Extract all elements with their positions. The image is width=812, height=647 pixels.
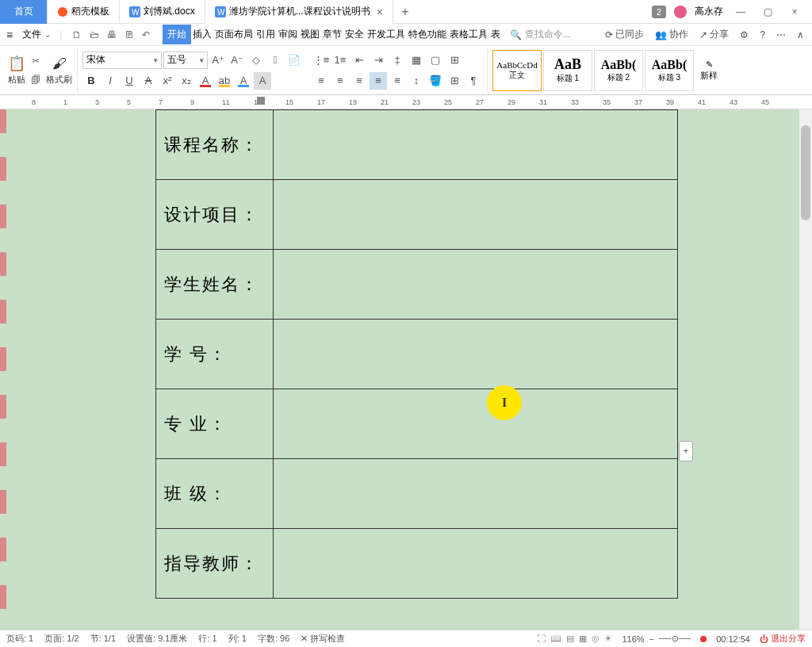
document-area[interactable]: 课程名称：设计项目：学生姓名：学 号：专 业：班 级：指导教师： + + ⤡ <box>0 109 812 630</box>
eye-protect-icon[interactable]: ☀ <box>604 634 612 644</box>
collab-button[interactable]: 👥协作 <box>655 28 688 41</box>
form-label[interactable]: 指导教师： <box>156 529 274 599</box>
table-row[interactable]: 专 业： <box>156 389 678 459</box>
paste-button[interactable]: 📋粘贴 <box>8 55 25 86</box>
avatar[interactable] <box>674 6 687 18</box>
help-icon[interactable]: ? <box>760 29 765 40</box>
phonetic-button[interactable]: 𡈼 <box>266 52 284 69</box>
align-justify-button[interactable]: ≡ <box>370 72 387 90</box>
highlight-button[interactable]: ab <box>216 72 233 90</box>
font-color-button[interactable]: A <box>197 72 214 90</box>
sync-button[interactable]: ⟳已同步 <box>605 28 644 41</box>
align-left-button[interactable]: ≡ <box>312 72 330 90</box>
clear-format-button[interactable]: ◇ <box>247 52 265 69</box>
font-size-combo[interactable]: 五号▾ <box>163 52 208 69</box>
ruler-indent-marker[interactable] <box>257 97 265 105</box>
zoom-value[interactable]: 116% <box>622 634 644 644</box>
table-row[interactable]: 指导教师： <box>156 529 678 599</box>
form-table[interactable]: 课程名称：设计项目：学生姓名：学 号：专 业：班 级：指导教师： <box>155 109 678 599</box>
ribbon-tab-security[interactable]: 安全 <box>343 25 366 44</box>
sort-button[interactable]: ↕ <box>408 72 425 90</box>
settings-icon[interactable]: ⚙ <box>740 29 749 40</box>
form-label[interactable]: 专 业： <box>156 389 274 459</box>
ribbon-tab-review[interactable]: 审阅 <box>277 25 299 44</box>
status-words[interactable]: 字数: 96 <box>258 633 289 645</box>
copy-button[interactable]: 🗐 <box>29 73 43 87</box>
vertical-scrollbar[interactable] <box>799 109 812 630</box>
form-label[interactable]: 学 号： <box>156 320 274 389</box>
char-border-button[interactable]: 📄 <box>285 52 303 69</box>
style-normal[interactable]: AaBbCcDd正文 <box>492 50 542 91</box>
form-value[interactable] <box>274 529 678 599</box>
tab-doc1[interactable]: W刘博斌.docx <box>120 0 205 24</box>
bullets-button[interactable]: ⋮≡ <box>312 52 330 69</box>
read-view-icon[interactable]: 📖 <box>550 634 561 644</box>
form-value[interactable] <box>274 320 678 389</box>
shading-button[interactable]: ▦ <box>408 52 425 69</box>
zoom-slider[interactable]: ──⊙── <box>659 634 691 644</box>
border-dropdown[interactable]: ⊞ <box>446 72 463 90</box>
close-icon[interactable]: × <box>377 6 383 18</box>
text-effect-button[interactable]: A <box>235 72 252 90</box>
tab-template[interactable]: 稻壳模板 <box>48 0 120 24</box>
command-search[interactable]: 🔍 查找命令... <box>510 28 571 41</box>
form-label[interactable]: 班 级： <box>156 459 274 529</box>
status-section[interactable]: 节: 1/1 <box>90 633 116 645</box>
share-button[interactable]: ↗分享 <box>699 28 729 41</box>
ribbon-tab-layout[interactable]: 页面布局 <box>213 25 255 44</box>
ribbon-tab-start[interactable]: 开始 <box>163 25 191 44</box>
style-heading2[interactable]: AaBb(标题 2 <box>594 50 643 91</box>
window-count-badge[interactable]: 2 <box>652 6 666 18</box>
superscript-button[interactable]: x² <box>159 72 176 90</box>
add-col-button[interactable]: + <box>679 441 693 461</box>
ribbon-tab-dev[interactable]: 开发工具 <box>366 25 407 44</box>
show-marks-button[interactable]: ¶ <box>465 72 482 90</box>
print-preview-icon[interactable]: 🖹 <box>124 29 134 40</box>
fullscreen-icon[interactable]: ⛶ <box>537 634 546 644</box>
strike-button[interactable]: A <box>140 72 157 90</box>
form-value[interactable] <box>274 250 678 320</box>
ribbon-tab-section[interactable]: 章节 <box>321 25 343 44</box>
form-label[interactable]: 设计项目： <box>156 180 274 250</box>
print-icon[interactable]: 🖶 <box>107 29 117 40</box>
form-value[interactable] <box>274 180 678 250</box>
ruler[interactable]: 8135791113151719212325272931333537394143… <box>0 95 812 109</box>
exit-share-button[interactable]: ⏻退出分享 <box>760 633 806 645</box>
file-menu[interactable]: 文件 ⌄ <box>17 26 55 43</box>
italic-button[interactable]: I <box>102 72 119 90</box>
table-row[interactable]: 设计项目： <box>156 180 678 250</box>
table-row[interactable]: 班 级： <box>156 459 678 529</box>
status-page-no[interactable]: 页码: 1 <box>6 633 33 645</box>
maximize-button[interactable]: ▢ <box>758 2 777 21</box>
hamburger-icon[interactable]: ≡ <box>6 29 13 41</box>
form-label[interactable]: 学生姓名： <box>156 250 274 320</box>
more-icon[interactable]: ⋯ <box>776 29 786 40</box>
ribbon-tab-table[interactable]: 表格工具 <box>448 25 489 44</box>
ribbon-tab-table2[interactable]: 表 <box>489 25 502 44</box>
print-layout-icon[interactable]: ▤ <box>566 634 574 644</box>
fill-button[interactable]: 🪣 <box>427 72 444 90</box>
align-right-button[interactable]: ≡ <box>350 72 368 90</box>
form-value[interactable] <box>274 389 678 459</box>
distribute-button[interactable]: ≡ <box>389 72 406 90</box>
borders-button[interactable]: ▢ <box>427 52 444 69</box>
form-label[interactable]: 课程名称： <box>156 110 274 180</box>
zoom-out-button[interactable]: − <box>649 634 654 644</box>
subscript-button[interactable]: x₂ <box>178 72 195 90</box>
align-center-button[interactable]: ≡ <box>331 72 349 90</box>
style-heading3[interactable]: AaBb(标题 3 <box>645 50 694 91</box>
table-row[interactable]: 学生姓名： <box>156 250 678 320</box>
decrease-indent-button[interactable]: ⇤ <box>350 52 368 69</box>
underline-button[interactable]: U <box>121 72 138 90</box>
tab-doc2-active[interactable]: W潍坊学院计算机...课程设计说明书× <box>205 0 393 24</box>
scrollbar-thumb[interactable] <box>801 125 810 220</box>
char-shading-button[interactable]: A <box>254 72 271 90</box>
table-row[interactable]: 课程名称： <box>156 110 678 180</box>
format-painter-button[interactable]: 🖌格式刷 <box>46 55 72 86</box>
tab-home[interactable]: 首页 <box>0 0 48 24</box>
style-heading1[interactable]: AaB标题 1 <box>543 50 592 91</box>
ribbon-tab-reference[interactable]: 引用 <box>255 25 277 44</box>
close-button[interactable]: × <box>785 2 804 21</box>
line-spacing-button[interactable]: ‡ <box>389 52 406 69</box>
new-icon[interactable]: 🗋 <box>72 29 82 40</box>
